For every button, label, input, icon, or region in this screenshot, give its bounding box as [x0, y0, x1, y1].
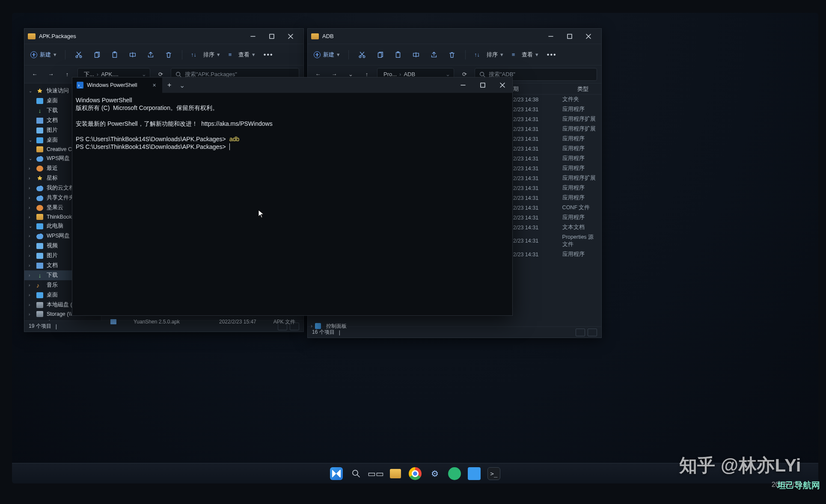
view-large-icon[interactable]: [588, 329, 597, 336]
caret-icon: ⌄: [29, 156, 33, 161]
watermark-zhihu: 知乎 @林亦LYi: [679, 454, 801, 477]
download-icon: ↓: [36, 273, 43, 279]
caret-icon: ›: [29, 215, 33, 219]
table-row[interactable]: 2/23 14:31CONF 文件: [509, 203, 601, 213]
titlebar[interactable]: APK.Packages: [24, 29, 303, 44]
minimize-button[interactable]: [541, 30, 560, 42]
new-button[interactable]: 新建▾: [314, 51, 340, 59]
caret-icon: ›: [29, 283, 33, 288]
up-button[interactable]: ↑: [61, 68, 73, 80]
table-row[interactable]: 2/23 14:38文件夹: [509, 95, 601, 104]
minimize-button[interactable]: [244, 30, 262, 42]
cell-type: 应用程序: [562, 165, 597, 172]
control-panel-icon: [315, 323, 321, 329]
more-button[interactable]: •••: [264, 51, 273, 59]
table-row[interactable]: 2/23 14:31应用程序: [509, 213, 601, 222]
sidebar-item-label: 桌面: [47, 291, 58, 299]
maximize-button[interactable]: [473, 77, 493, 93]
cell-date: 2/23 14:31: [513, 126, 545, 132]
delete-icon[interactable]: [447, 50, 457, 59]
taskbar-settings-icon[interactable]: ⚙: [428, 467, 441, 480]
titlebar[interactable]: ADB: [308, 29, 601, 44]
more-button[interactable]: •••: [547, 51, 557, 59]
svg-rect-11: [378, 53, 382, 57]
close-button[interactable]: [493, 77, 512, 93]
tab-bar[interactable]: ›_ Windows PowerShell × + ⌄: [72, 77, 512, 93]
tab-dropdown-button[interactable]: ⌄: [177, 81, 188, 89]
cut-icon[interactable]: [74, 50, 83, 59]
sort-button[interactable]: ↑↓ 排序▾: [474, 51, 503, 59]
table-row[interactable]: 2/23 14:31应用程序扩展: [509, 114, 601, 124]
svg-rect-4: [113, 52, 117, 57]
start-button[interactable]: [330, 467, 343, 480]
apk-icon: [110, 319, 116, 324]
maximize-button[interactable]: [560, 30, 579, 42]
share-icon[interactable]: [146, 50, 155, 59]
cell-date: 2/23 14:31: [513, 238, 545, 244]
folder-icon: [311, 33, 319, 39]
terminal-output[interactable]: Windows PowerShell 版权所有 (C) Microsoft Co…: [72, 93, 512, 315]
maximize-button[interactable]: [262, 30, 281, 42]
forward-button[interactable]: →: [45, 68, 57, 80]
svg-rect-16: [481, 83, 485, 87]
new-button[interactable]: 新建▾: [30, 51, 56, 59]
cell-date: 2/23 14:31: [513, 146, 545, 152]
new-tab-button[interactable]: +: [162, 77, 177, 93]
search-icon[interactable]: [350, 467, 362, 480]
close-button[interactable]: [281, 30, 300, 42]
paste-icon[interactable]: [110, 50, 119, 59]
table-row[interactable]: 2/23 14:31应用程序: [509, 134, 601, 144]
table-row[interactable]: 2/23 14:31Properties 源文件: [509, 232, 601, 249]
taskbar-chrome-icon[interactable]: [409, 467, 422, 480]
sidebar-item-label: 我的云文档: [47, 184, 74, 192]
rename-icon[interactable]: [128, 50, 137, 59]
delete-icon[interactable]: [164, 50, 173, 59]
caret-icon: ›: [29, 253, 33, 258]
cell-date: 2/23 14:31: [513, 215, 545, 221]
close-tab-button[interactable]: ×: [152, 82, 156, 89]
taskbar-store-icon[interactable]: [468, 467, 481, 480]
column-headers[interactable]: 期 类型: [509, 83, 601, 95]
view-button[interactable]: ≡ 查看▾: [229, 51, 255, 59]
view-button[interactable]: ≡ 查看▾: [512, 51, 538, 59]
caret-icon: ›: [29, 176, 33, 181]
control-panel-window[interactable]: › 控制面板: [307, 321, 504, 341]
back-button[interactable]: ←: [29, 68, 41, 80]
sidebar-item-label: 坚果云: [47, 204, 63, 211]
taskbar-terminal-icon[interactable]: >_: [487, 467, 500, 480]
minimize-button[interactable]: [453, 77, 473, 93]
caret-icon: ›: [29, 312, 33, 317]
share-icon[interactable]: [429, 50, 439, 59]
table-row[interactable]: 2/23 14:31应用程序扩展: [509, 124, 601, 134]
rename-icon[interactable]: [411, 50, 421, 59]
table-row[interactable]: 2/23 14:31应用程序: [509, 163, 601, 173]
table-row[interactable]: 2/23 14:31应用程序: [509, 193, 601, 203]
cell-date: 2/23 14:31: [513, 156, 545, 162]
hdd-icon: [36, 302, 43, 308]
taskbar-app-icon[interactable]: [448, 467, 461, 480]
cell-type: 应用程序扩展: [562, 175, 597, 182]
tab-powershell[interactable]: ›_ Windows PowerShell ×: [72, 77, 162, 93]
close-button[interactable]: [579, 30, 598, 42]
view-details-icon[interactable]: [576, 329, 585, 336]
table-row[interactable]: 2/23 14:31应用程序: [509, 104, 601, 114]
sort-button[interactable]: ↑↓ 排序▾: [191, 51, 220, 59]
window-title: ADB: [322, 33, 541, 39]
table-row[interactable]: 2/23 14:31应用程序: [509, 154, 601, 163]
table-row[interactable]: 2/23 14:31应用程序: [509, 144, 601, 154]
taskbar-explorer-icon[interactable]: [389, 467, 402, 480]
paste-icon[interactable]: [393, 50, 403, 59]
table-row[interactable]: 2/23 14:31应用程序扩展: [509, 173, 601, 183]
sidebar-item-label: Storage (\\: [47, 311, 71, 317]
copy-icon[interactable]: [92, 50, 101, 59]
list-item[interactable]: YuanShen 2.5.0.apk 2022/2/23 15:47 APK 文…: [110, 317, 304, 326]
table-row[interactable]: 2/23 14:31应用程序: [509, 183, 601, 193]
table-row[interactable]: 2/23 14:31应用程序: [509, 249, 601, 259]
download-icon: ↓: [36, 108, 43, 114]
desk-icon: [36, 137, 43, 143]
copy-icon[interactable]: [375, 50, 385, 59]
task-view-icon[interactable]: ▭▭: [369, 467, 382, 480]
table-row[interactable]: 2/23 14:31文本文档: [509, 222, 601, 232]
cut-icon[interactable]: [357, 50, 367, 59]
sidebar-item-label: 音乐: [47, 282, 58, 289]
